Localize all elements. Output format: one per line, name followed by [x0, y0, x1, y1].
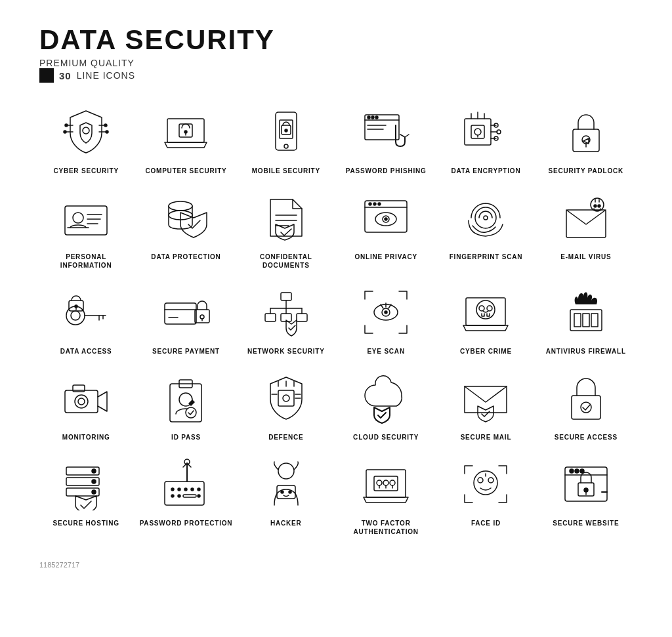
svg-rect-128: [165, 482, 204, 505]
icon-item-computer-security: COMPUTER SECURITY: [139, 102, 232, 175]
icon-item-cloud-security: CLOUD SECURITY: [339, 369, 432, 442]
svg-point-66: [598, 205, 600, 207]
subtitle-row: PREMIUM QUALITY: [39, 58, 633, 68]
icon-box-network-security: [250, 283, 322, 342]
icon-box-password-phishing: [350, 102, 422, 161]
svg-point-119: [283, 395, 289, 401]
icon-box-secure-website: [550, 455, 622, 514]
icon-label-cyber-crime: CYBER CRIME: [460, 347, 512, 356]
icon-box-data-encryption: [450, 102, 522, 161]
svg-point-147: [383, 480, 388, 485]
svg-rect-101: [574, 314, 581, 327]
svg-point-142: [281, 491, 284, 493]
svg-rect-96: [466, 298, 505, 325]
icon-label-computer-security: COMPUTER SECURITY: [145, 167, 226, 175]
svg-rect-84: [297, 314, 307, 321]
svg-point-62: [591, 198, 604, 211]
svg-point-106: [78, 398, 85, 405]
svg-rect-102: [583, 314, 589, 327]
icon-type: LINE ICONS: [77, 70, 135, 81]
icon-label-defence: DEFENCE: [268, 433, 303, 442]
icon-label-hacker: HACKER: [270, 519, 302, 527]
icon-item-id-pass: ID PASS: [139, 369, 232, 442]
icon-label-online-privacy: ONLINE PRIVACY: [354, 253, 417, 261]
svg-point-138: [198, 495, 200, 497]
icon-label-id-pass: ID PASS: [171, 433, 201, 442]
svg-point-65: [594, 205, 597, 207]
icon-box-personal-information: [50, 188, 122, 247]
svg-point-42: [73, 213, 83, 223]
svg-rect-81: [281, 293, 291, 300]
icon-label-monitoring: MONITORING: [62, 433, 110, 442]
svg-rect-41: [65, 206, 107, 235]
svg-point-111: [186, 407, 196, 418]
icon-label-personal-information: PERSONAL INFORMATION: [39, 253, 133, 270]
icon-box-computer-security: [150, 102, 222, 161]
svg-point-153: [478, 478, 483, 483]
icon-box-email-virus: [550, 188, 622, 247]
svg-point-140: [278, 463, 294, 479]
svg-rect-38: [573, 129, 599, 152]
svg-point-132: [184, 488, 187, 491]
icon-item-data-protection: DATA PROTECTION: [139, 188, 232, 270]
icon-label-network-security: NETWORK SECURITY: [247, 347, 325, 356]
icon-item-email-virus: E-MAIL VIRUS: [539, 188, 633, 270]
svg-point-133: [191, 488, 194, 491]
svg-rect-82: [265, 314, 276, 321]
icon-label-password-protection: PASSWORD PROTECTION: [140, 519, 233, 527]
svg-point-125: [92, 469, 96, 473]
icon-item-hacker: HACKER: [240, 455, 333, 536]
icons-grid: CYBER SECURITYCOMPUTER SECURITYMOBILE SE…: [39, 102, 633, 536]
svg-point-148: [390, 480, 395, 485]
svg-point-6: [64, 131, 66, 133]
icon-item-online-privacy: ONLINE PRIVACY: [339, 188, 432, 270]
icon-label-face-id: FACE ID: [471, 519, 501, 527]
icon-box-hacker: [250, 455, 322, 514]
svg-point-136: [178, 495, 180, 497]
icon-box-monitoring: [50, 369, 122, 428]
svg-point-0: [83, 127, 89, 134]
icon-label-data-access: DATA ACCESS: [60, 347, 112, 356]
svg-rect-25: [465, 119, 491, 145]
icon-label-antivirus-firewall: ANTIVIRUS FIREWALL: [546, 347, 626, 356]
svg-point-56: [378, 203, 381, 205]
icon-label-cloud-security: CLOUD SECURITY: [353, 433, 419, 442]
icon-box-data-protection: [150, 188, 222, 247]
icon-box-secure-payment: [150, 283, 222, 342]
icon-item-eye-scan: EYE SCAN: [339, 283, 432, 356]
svg-point-130: [171, 488, 174, 491]
svg-point-160: [580, 469, 584, 473]
icon-item-secure-mail: SECURE MAIL: [439, 369, 532, 442]
icon-item-security-padlock: SECURITY PADLOCK: [539, 102, 633, 175]
svg-point-146: [377, 480, 382, 485]
svg-point-79: [200, 315, 204, 319]
icon-label-mobile-security: MOBILE SECURITY: [252, 167, 320, 175]
icon-item-password-phishing: PASSWORD PHISHING: [339, 102, 432, 175]
icon-box-face-id: [450, 455, 522, 514]
black-square-decoration: [39, 68, 54, 83]
header-section: DATA SECURITY PREMIUM QUALITY 30 LINE IC…: [39, 26, 633, 83]
icon-item-face-id: FACE ID: [439, 455, 532, 536]
svg-point-158: [570, 469, 574, 473]
subtitle-count-row: 30 LINE ICONS: [39, 68, 633, 83]
icon-item-personal-information: PERSONAL INFORMATION: [39, 188, 133, 270]
icon-item-secure-hosting: SECURE HOSTING: [39, 455, 133, 536]
svg-rect-137: [183, 495, 196, 497]
svg-point-55: [373, 203, 376, 205]
icon-box-secure-mail: [450, 369, 522, 428]
svg-point-20: [368, 116, 370, 119]
svg-point-54: [369, 203, 371, 205]
svg-point-154: [488, 478, 494, 483]
icon-item-secure-access: SECURE ACCESS: [539, 369, 633, 442]
svg-point-15: [284, 144, 288, 148]
icon-box-data-access: [50, 283, 122, 342]
svg-point-92: [385, 311, 387, 314]
icon-label-data-protection: DATA PROTECTION: [151, 253, 220, 261]
svg-point-8: [106, 131, 108, 133]
icon-box-fingerprint-scan: [450, 188, 522, 247]
icon-label-secure-mail: SECURE MAIL: [461, 433, 512, 442]
svg-rect-100: [570, 310, 602, 331]
icon-box-confidential-documents: [250, 188, 322, 247]
svg-point-17: [285, 129, 287, 132]
svg-rect-104: [65, 390, 98, 413]
